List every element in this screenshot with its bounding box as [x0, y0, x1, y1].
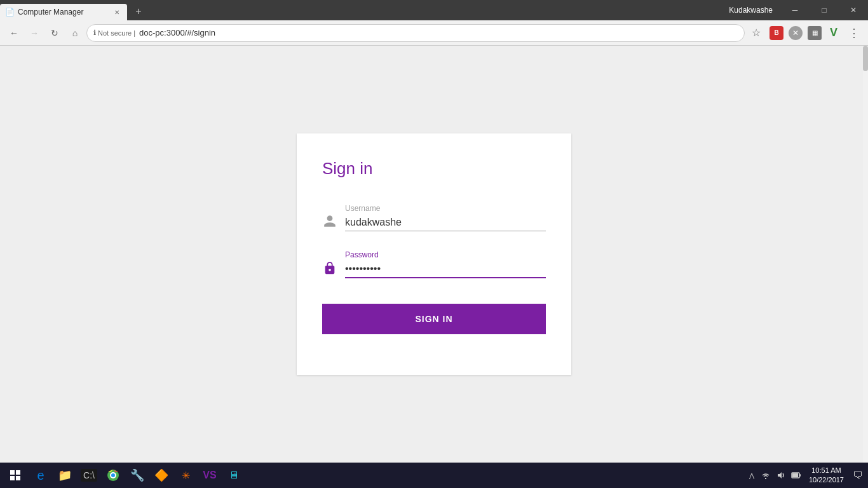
not-secure-label: Not secure: [98, 29, 132, 37]
star-icon: ✳: [182, 470, 190, 482]
ext-badge-gray: ✕: [789, 26, 803, 40]
password-input[interactable]: [345, 262, 546, 278]
scrollbar-thumb[interactable]: [863, 46, 868, 71]
signin-card: Sign in Username: [297, 133, 571, 375]
taskbar-file-explorer[interactable]: 📁: [53, 464, 76, 487]
person-icon-svg: [323, 214, 337, 228]
ext-green-icon: V: [830, 26, 837, 39]
new-tab-button[interactable]: +: [130, 3, 147, 20]
ie-icon: e: [37, 468, 44, 483]
signin-button[interactable]: SIGN IN: [322, 304, 546, 334]
minimize-button[interactable]: ─: [780, 0, 810, 20]
profile-name: Kudakwashe: [721, 6, 780, 15]
clock-date: 10/22/2017: [809, 475, 844, 485]
maximize-button[interactable]: □: [810, 0, 839, 20]
extension-icon-4[interactable]: V: [825, 24, 843, 42]
chrome-menu-button[interactable]: ⋮: [845, 24, 863, 42]
volume-icon[interactable]: [775, 469, 787, 482]
taskbar-chrome[interactable]: [102, 464, 125, 487]
username-input[interactable]: [345, 215, 546, 231]
password-label: Password: [345, 250, 546, 259]
extension-icon-2[interactable]: ✕: [787, 24, 804, 42]
windows-logo: [10, 470, 20, 480]
notification-icon: 🗨: [853, 470, 863, 481]
tray-expand-button[interactable]: ⋀: [747, 472, 757, 479]
svg-point-2: [111, 473, 115, 477]
tab-close-button[interactable]: ✕: [112, 7, 122, 17]
taskbar-star[interactable]: ✳: [174, 464, 197, 487]
folder-icon: 📁: [58, 468, 72, 482]
lock-icon: [322, 261, 337, 276]
username-wrapper: Username: [345, 204, 546, 231]
chrome-icon: [107, 469, 119, 482]
taskbar-search[interactable]: e: [29, 464, 52, 487]
tab-favicon: 📄: [5, 8, 14, 17]
page-title: Sign in: [322, 159, 546, 179]
wifi-icon: [761, 470, 771, 480]
active-tab[interactable]: 📄 Computer Manager ✕: [0, 4, 127, 20]
username-label: Username: [345, 204, 546, 213]
ext-badge-red: B: [770, 26, 783, 40]
taskbar-terminal[interactable]: C:\: [78, 464, 100, 487]
address-bar[interactable]: ℹ Not secure | doc-pc:3000/#/signin: [86, 24, 745, 42]
system-clock[interactable]: 10:51 AM 10/22/2017: [805, 466, 848, 485]
terminal-icon: C:\: [81, 469, 97, 482]
menu-dots-icon: ⋮: [848, 26, 860, 40]
home-button[interactable]: ⌂: [66, 24, 84, 42]
url-text[interactable]: doc-pc:3000/#/signin: [139, 28, 738, 37]
extension-icon-1[interactable]: B: [768, 24, 785, 42]
window-controls: ─ □ ✕: [780, 0, 868, 20]
tab-title: Computer Manager: [18, 8, 83, 17]
user-icon: [322, 214, 337, 229]
vs-icon: VS: [203, 470, 216, 481]
page-content: Sign in Username: [0, 46, 868, 463]
taskbar-settings[interactable]: 🔧: [126, 464, 149, 487]
info-icon: ℹ: [93, 29, 96, 37]
taskbar: e 📁 C:\ 🔧 🔶 ✳ VS: [0, 463, 868, 488]
tools-icon: 🔧: [130, 468, 144, 482]
username-field-group: Username: [322, 204, 546, 231]
clock-time: 10:51 AM: [811, 466, 841, 475]
ext-badge-square: ▦: [808, 26, 822, 40]
forward-button[interactable]: →: [25, 24, 43, 42]
tab-bar: 📄 Computer Manager ✕ +: [0, 0, 721, 20]
taskbar-vlc[interactable]: 🔶: [150, 464, 173, 487]
bookmark-button[interactable]: ☆: [747, 24, 765, 42]
battery-icon-svg: [791, 470, 801, 480]
battery-icon[interactable]: [790, 469, 803, 482]
notification-center[interactable]: 🗨: [850, 468, 865, 483]
taskbar-monitor[interactable]: 🖥: [222, 464, 245, 487]
network-icon[interactable]: [759, 469, 772, 482]
monitor-icon: 🖥: [229, 470, 239, 481]
password-field-group: Password: [322, 250, 546, 278]
start-button[interactable]: [3, 464, 28, 487]
system-tray: ⋀: [747, 466, 865, 485]
extension-icons: B ✕ ▦ V: [768, 24, 843, 42]
nav-bar: ← → ↻ ⌂ ℹ Not secure | doc-pc:3000/#/sig…: [0, 20, 868, 46]
close-button[interactable]: ✕: [839, 0, 868, 20]
browser-frame: 📄 Computer Manager ✕ + Kudakwashe ─ □ ✕ …: [0, 0, 868, 488]
password-wrapper: Password: [345, 250, 546, 278]
back-button[interactable]: ←: [5, 24, 23, 42]
speaker-icon: [776, 470, 786, 480]
svg-rect-5: [799, 474, 801, 477]
scrollbar-track[interactable]: [863, 46, 868, 463]
vlc-icon: 🔶: [154, 468, 168, 482]
lock-icon-svg: [323, 261, 337, 275]
security-badge: ℹ Not secure |: [93, 29, 135, 37]
extension-icon-3[interactable]: ▦: [806, 24, 824, 42]
separator: |: [133, 29, 135, 37]
reload-button[interactable]: ↻: [46, 24, 64, 42]
title-bar: 📄 Computer Manager ✕ + Kudakwashe ─ □ ✕: [0, 0, 868, 20]
taskbar-vs[interactable]: VS: [198, 464, 221, 487]
svg-rect-4: [792, 473, 798, 477]
